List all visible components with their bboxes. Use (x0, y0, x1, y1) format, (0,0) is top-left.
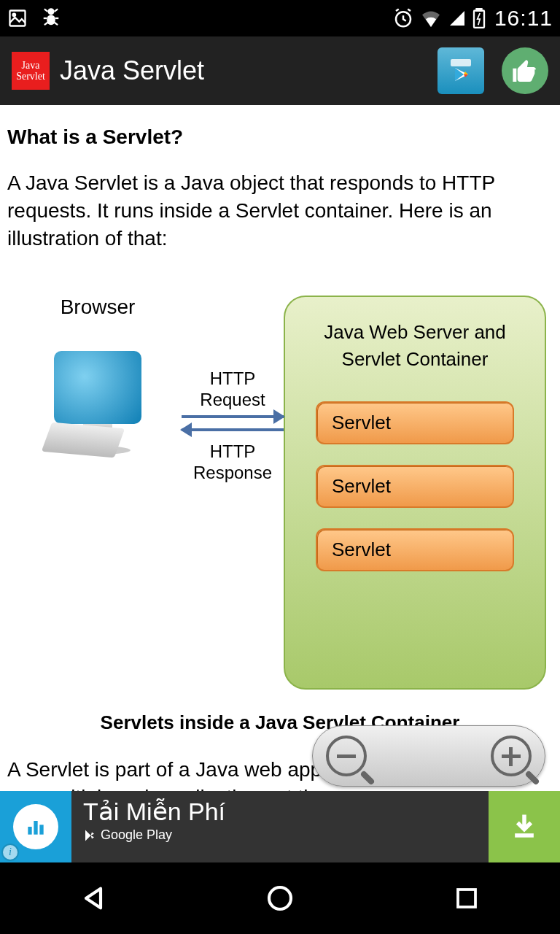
ad-store-label: Google Play (83, 827, 477, 843)
diagram-browser-side: Browser (14, 296, 182, 472)
status-bar: 16:11 (0, 0, 560, 36)
download-button[interactable] (489, 791, 560, 862)
response-label: HTTPResponse (182, 441, 284, 484)
signal-icon (448, 9, 467, 27)
app-bar: Java Servlet Java Servlet (0, 36, 560, 105)
like-button[interactable] (502, 47, 548, 94)
svg-line-9 (55, 23, 58, 25)
section-heading: What is a Servlet? (7, 126, 553, 149)
servlet-box: Servlet (316, 465, 514, 508)
svg-line-8 (44, 23, 48, 25)
svg-rect-12 (476, 8, 481, 11)
app-icon: Java Servlet (12, 52, 50, 90)
zoom-control (312, 725, 545, 787)
diagram-arrows: HTTPRequest HTTPResponse (182, 296, 284, 483)
status-right: 16:11 (392, 6, 553, 31)
recents-button[interactable] (445, 876, 489, 920)
svg-rect-17 (515, 833, 534, 838)
svg-line-5 (55, 9, 58, 11)
home-button[interactable] (258, 876, 302, 920)
minus-icon (337, 754, 356, 758)
diagram-server-container: Java Web Server andServlet Container Ser… (284, 296, 546, 690)
play-icon (83, 829, 96, 842)
computer-icon (14, 326, 182, 472)
battery-charging-icon (472, 8, 486, 28)
request-label: HTTPRequest (182, 368, 284, 411)
ad-banner[interactable]: Tải Miễn Phí Google Play i (0, 791, 560, 862)
app-icon-line2: Servlet (16, 71, 45, 82)
svg-rect-16 (39, 825, 43, 834)
download-icon (508, 811, 540, 843)
zoom-out-button[interactable] (326, 736, 367, 776)
servlet-diagram: Browser HTTPRequest HTTPResponse (7, 296, 553, 690)
debug-icon (41, 7, 61, 30)
app-title: Java Servlet (60, 55, 420, 86)
back-button[interactable] (71, 876, 115, 920)
svg-rect-3 (47, 15, 55, 25)
svg-point-1 (13, 14, 15, 16)
response-arrow-icon (182, 428, 284, 431)
navigation-bar (0, 862, 560, 934)
ad-title: Tải Miễn Phí (83, 797, 477, 826)
ad-text: Tải Miễn Phí Google Play (71, 791, 489, 862)
plus-icon (502, 754, 521, 758)
zoom-in-button[interactable] (491, 736, 532, 776)
chart-icon (13, 804, 58, 849)
svg-rect-15 (34, 821, 37, 835)
intro-paragraph: A Java Servlet is a Java object that res… (7, 169, 553, 252)
servlet-box: Servlet (316, 528, 514, 571)
svg-point-2 (47, 8, 54, 15)
status-left (7, 7, 61, 30)
ad-info-icon[interactable]: i (1, 844, 19, 861)
svg-rect-13 (451, 59, 471, 66)
image-icon (7, 8, 28, 28)
server-title: Java Web Server andServlet Container (301, 319, 529, 372)
svg-rect-0 (10, 11, 26, 26)
svg-line-4 (44, 9, 48, 11)
content-area[interactable]: What is a Servlet? A Java Servlet is a J… (0, 105, 560, 791)
svg-rect-19 (458, 889, 475, 907)
wifi-icon (420, 9, 442, 27)
svg-point-18 (269, 887, 291, 909)
alarm-icon (392, 7, 414, 29)
app-icon-line1: Java (22, 60, 40, 71)
request-arrow-icon (182, 415, 284, 418)
status-time: 16:11 (494, 6, 553, 31)
play-store-button[interactable] (438, 47, 484, 94)
browser-label: Browser (14, 296, 182, 319)
servlet-box: Servlet (316, 401, 514, 444)
svg-rect-14 (28, 827, 31, 835)
